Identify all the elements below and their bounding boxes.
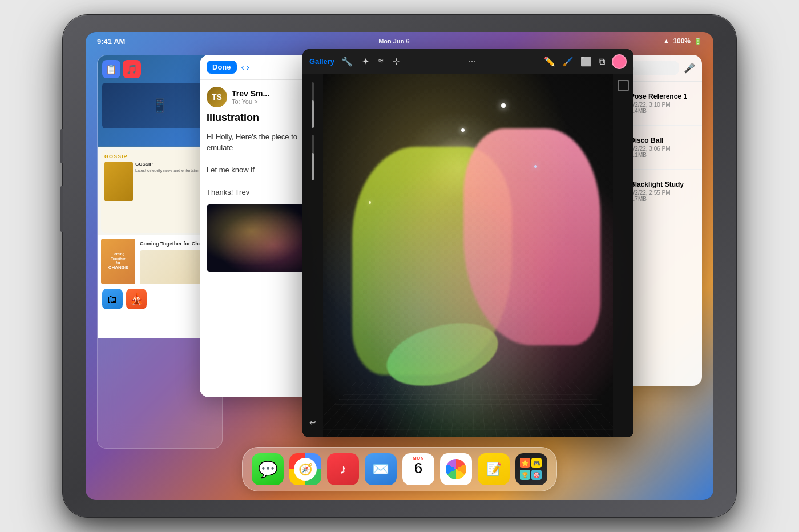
arcade-sub-3: 🏆 <box>520 470 530 480</box>
mail-icon: ✉️ <box>372 461 389 477</box>
safari-compass: 🧭 <box>294 458 317 481</box>
multitask-area: 📋 🎵 📱 GOSSIP <box>86 32 713 500</box>
app-icon-reminders: 📋 <box>102 60 120 78</box>
status-bar: 9:41 AM Mon Jun 6 ▲ 100% 🔋 <box>86 32 713 50</box>
mic-button[interactable]: 🎤 <box>684 63 695 74</box>
app-icon-bottom-2: 🎪 <box>126 289 147 309</box>
app-icon-music-small: 🎵 <box>123 60 141 78</box>
procreate-toolbar: Gallery 🔧 ✦ ≈ ⊹ ··· ✏️ 🖌️ ⬜ ⧉ <box>302 49 633 74</box>
ipad-screen: 9:41 AM Mon Jun 6 ▲ 100% 🔋 📋 🎵 📱 <box>86 32 713 500</box>
square-tool-button[interactable] <box>618 80 629 91</box>
more-options[interactable]: ··· <box>467 55 476 67</box>
file-info-2: Disco Ball 6/2/22, 3:06 PM 2.1MB <box>630 136 695 158</box>
status-time: 9:41 AM <box>97 37 125 46</box>
sparkle-3 <box>534 165 537 168</box>
mail-from: TS Trev Sm... To: You > <box>207 87 318 107</box>
sparkle-4 <box>369 201 371 204</box>
transform-icon[interactable]: ⊹ <box>393 56 400 67</box>
toolbar-left: Gallery 🔧 ✦ ≈ ⊹ <box>309 56 400 67</box>
done-button[interactable]: Done <box>207 61 237 74</box>
arcade-sub-1: ⭐ <box>520 458 530 468</box>
procreate-window[interactable]: Gallery 🔧 ✦ ≈ ⊹ ··· ✏️ 🖌️ ⬜ ⧉ <box>302 49 633 437</box>
mail-image-attachment <box>207 204 318 272</box>
book-cover: Coming Together for CHANGE <box>101 239 135 284</box>
file-date-1: 6/2/22, 3:10 PM <box>630 102 695 108</box>
magic-icon[interactable]: ✦ <box>362 56 369 67</box>
brush-size-slider[interactable] <box>312 82 314 128</box>
calendar-day: 6 <box>414 461 422 475</box>
dock-messages[interactable]: 💬 <box>252 453 284 485</box>
dock-notes[interactable]: 📝 <box>478 453 510 485</box>
toolbar-right: ✏️ 🖌️ ⬜ ⧉ <box>544 54 627 69</box>
gallery-button[interactable]: Gallery <box>309 57 334 66</box>
file-info-1: Pose Reference 1 6/2/22, 3:10 PM 2.4MB <box>630 92 695 114</box>
artwork-overlay <box>302 74 633 437</box>
undo-button[interactable]: ↩ <box>309 418 316 427</box>
wifi-icon: ▲ <box>663 37 669 45</box>
eraser-icon[interactable]: ⬜ <box>580 56 592 67</box>
file-name-1: Pose Reference 1 <box>630 92 695 100</box>
ipad-device: 9:41 AM Mon Jun 6 ▲ 100% 🔋 📋 🎵 📱 <box>63 15 736 517</box>
procreate-canvas[interactable]: ↩ <box>302 74 633 437</box>
nav-arrows[interactable]: ‹ › <box>241 62 250 72</box>
battery-icon: 🔋 <box>694 38 702 45</box>
file-size-1: 2.4MB <box>630 108 695 114</box>
file-size-2: 2.1MB <box>630 152 695 158</box>
status-date: Mon Jun 6 <box>378 38 409 45</box>
mail-subject: Illustration <box>207 112 318 124</box>
dock-arcade[interactable]: ⭐ 🎮 🏆 🎯 <box>515 453 547 485</box>
battery-label: 100% <box>673 37 691 45</box>
sender-name: Trev Sm... <box>232 89 269 98</box>
sparkle-2 <box>501 103 506 108</box>
dock-music[interactable]: ♪ <box>327 453 359 485</box>
file-date-3: 6/2/22, 2:55 PM <box>630 190 695 196</box>
messages-icon: 💬 <box>258 460 278 479</box>
dock-mail[interactable]: ✉️ <box>365 453 397 485</box>
file-date-2: 6/2/22, 3:06 PM <box>630 146 695 152</box>
opacity-slider[interactable] <box>312 135 314 180</box>
dock-photos[interactable] <box>440 453 472 485</box>
layers-icon[interactable]: ⧉ <box>599 57 605 67</box>
nav-next-arrow[interactable]: › <box>247 62 249 72</box>
music-icon: ♪ <box>340 461 346 477</box>
app-icon-bottom-1: 🗂 <box>102 289 123 309</box>
dock-safari[interactable]: 🧭 <box>289 453 321 485</box>
wrench-icon[interactable]: 🔧 <box>341 56 353 67</box>
smudge-icon[interactable]: 🖌️ <box>562 56 574 67</box>
color-picker[interactable] <box>612 54 627 69</box>
status-right: ▲ 100% 🔋 <box>663 37 702 45</box>
nav-prev-arrow[interactable]: ‹ <box>241 62 244 72</box>
arcade-sub-2: 🎮 <box>531 458 542 468</box>
procreate-left-sidebar: ↩ <box>302 74 323 437</box>
arcade-sub-4: 🎯 <box>531 470 542 480</box>
toolbar-drawing-tools: 🔧 ✦ ≈ ⊹ <box>341 56 400 67</box>
file-info-3: Blacklight Study 6/2/22, 2:55 PM 2.7MB <box>630 180 695 202</box>
mail-to-field: To: You > <box>232 98 269 105</box>
brush-icon[interactable]: ✏️ <box>544 56 555 67</box>
gossip-content: GOSSIP Latest celebrity news and enterta… <box>104 162 215 201</box>
dock: 💬 🧭 ♪ ✉️ MON 6 <box>242 447 557 491</box>
procreate-right-panel <box>613 74 633 437</box>
mail-body: Hi Holly, Here's the piece to emulate Le… <box>207 131 318 198</box>
file-name-3: Blacklight Study <box>630 180 695 188</box>
file-size-3: 2.7MB <box>630 196 695 202</box>
photos-pinwheel-icon <box>446 459 466 479</box>
arcade-icon-grid: ⭐ 🎮 🏆 🎯 <box>520 458 543 481</box>
select-icon[interactable]: ≈ <box>378 56 384 67</box>
dock-calendar[interactable]: MON 6 <box>402 453 434 485</box>
notes-icon: 📝 <box>486 462 502 477</box>
sender-avatar: TS <box>207 87 227 107</box>
file-name-2: Disco Ball <box>630 136 695 144</box>
